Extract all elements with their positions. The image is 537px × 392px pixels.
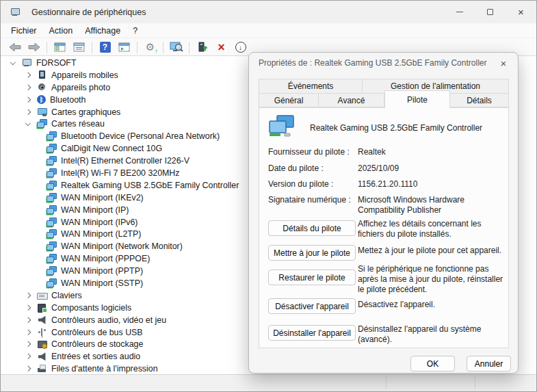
dialog-close-button[interactable]: × [496,56,511,70]
chevron-icon[interactable] [22,118,33,129]
tab-avance[interactable]: Avancé [319,93,384,107]
network-adapter-icon [47,193,57,202]
action-description: Affichez les détails concernant les fich… [358,219,504,239]
network-adapter-icon [37,119,47,129]
disable-device-button[interactable]: Désactiver l'appareil [268,298,356,314]
speaker-icon [37,315,47,325]
tab-details[interactable]: Détails [450,93,509,107]
minimize-icon [456,12,463,12]
forward-icon[interactable] [25,40,42,55]
camera-icon [37,83,47,92]
menu-help[interactable]: ? [127,25,144,37]
toolbar-separator [47,42,47,53]
field-value: Microsoft Windows Hardware Compatibility… [358,195,503,215]
network-adapter-icon [47,278,57,288]
keyboard-icon [37,291,47,300]
install-driver-icon[interactable] [194,40,211,55]
menu-affichage[interactable]: Affichage [79,25,127,37]
toolbar-separator [137,42,137,53]
properties-icon[interactable] [70,40,88,55]
status-bar [1,374,536,391]
network-adapter-icon [47,144,57,153]
uninstall-device-button[interactable]: Désinstaller l'appareil [268,325,356,341]
window-title: Gestionnaire de périphériques [31,8,146,17]
tree-item-label: Cartes graphiques [51,107,120,117]
usb-icon [37,328,47,337]
list-view-icon[interactable] [116,40,133,55]
action-description: Désactivez l'appareil. [358,300,504,310]
menubar: Fichier Action Affichage ? [1,23,536,38]
bluetooth-icon: ᛒ [37,95,46,104]
chevron-icon[interactable] [22,107,33,118]
tree-item-label: Contrôleurs de stockage [51,339,143,349]
update-driver-button[interactable]: Mettre à jour le pilote [268,245,356,261]
menu-action[interactable]: Action [43,25,79,37]
rollback-driver-button[interactable]: Restaurer le pilote [268,270,356,285]
tree-item-label: Intel(R) Ethernet Controller I226-V [61,156,189,166]
device-manager-icon [10,8,21,17]
chevron-icon[interactable] [22,290,33,301]
chevron-icon[interactable] [22,82,33,93]
software-component-icon [37,303,47,313]
chevron-icon[interactable] [22,315,33,326]
printer-icon [37,364,47,374]
tree-item-label: Bluetooth Device (Personal Area Network) [61,131,220,141]
field-value: 1156.21.20.1110 [358,179,503,190]
tree-item-label: WAN Miniport (IKEv2) [61,193,144,202]
chevron-icon[interactable] [22,302,33,313]
tab-control: Événements Gestion de l'alimentation Gén… [259,79,509,108]
tree-item-label: WAN Miniport (PPPOE) [61,254,150,263]
maximize-icon [487,9,493,15]
update-driver-icon[interactable]: ⚙↑ [142,40,159,55]
field-label: Signataire numérique : [268,195,356,205]
network-adapter-icon [47,131,57,141]
tree-item-label: CalDigit New Connect 10G [61,144,162,153]
menu-fichier[interactable]: Fichier [5,25,43,37]
cancel-button[interactable]: Annuler [467,356,511,371]
down-arrow-glyph: ↓ [239,44,242,51]
console-tree-icon[interactable] [51,40,68,55]
chevron-icon[interactable] [22,351,33,362]
tab-evenements[interactable]: Événements [259,79,363,93]
bluetooth-rune-glyph: ᛒ [37,96,46,103]
toolbar-separator [189,42,189,53]
tree-item-label: Appareils photo [51,83,110,92]
scan-hardware-icon[interactable] [168,40,185,55]
tab-general[interactable]: Général [259,93,319,107]
device-manager-window: Gestionnaire de périphériques × Fichier … [0,0,537,392]
chevron-icon[interactable] [22,327,33,338]
back-icon[interactable] [6,40,23,55]
action-description: Désinstallez l'appareil du système (avan… [358,324,504,345]
ok-button[interactable]: OK [410,356,455,371]
computer-icon [22,58,32,68]
network-adapter-icon [47,168,57,178]
close-icon: × [501,57,507,69]
driver-details-button[interactable]: Détails du pilote [268,220,356,236]
device-name: Realtek Gaming USB 2.5GbE Family Control… [310,123,482,133]
gear-glyph: ⚙ [146,42,155,53]
properties-dialog: Propriétés de : Realtek Gaming USB 2.5Gb… [248,52,519,374]
action-description: Mettez à jour le pilote pour cet apparei… [358,246,504,256]
chevron-icon[interactable] [7,57,18,68]
tree-item-label: WAN Miniport (Network Monitor) [61,241,183,251]
help-icon[interactable]: ? [96,40,114,55]
uninstall-device-icon[interactable]: × [213,40,230,55]
storage-controller-icon [37,339,47,349]
network-adapter-icon [47,254,57,263]
close-button[interactable]: × [506,1,536,23]
tab-pilote[interactable]: Pilote [384,90,450,108]
tree-item-label: WAN Miniport (IP) [61,205,129,215]
chevron-icon[interactable] [22,70,33,81]
tree-item-label: Realtek Gaming USB 2.5GbE Family Control… [61,181,239,190]
minimize-button[interactable] [444,1,475,23]
chevron-icon[interactable] [22,94,33,105]
maximize-button[interactable] [475,1,506,23]
chevron-icon[interactable] [22,363,33,374]
chevron-icon[interactable] [22,339,33,350]
tree-item-label: Files d'attente à l'impression [51,364,158,374]
tree-item-label: Appareils mobiles [51,70,118,80]
tree-item-label: WAN Miniport (L2TP) [61,229,141,239]
disable-device-icon[interactable]: ↓ [232,40,249,55]
display-adapter-icon [37,107,47,117]
network-adapter-icon [47,266,57,276]
